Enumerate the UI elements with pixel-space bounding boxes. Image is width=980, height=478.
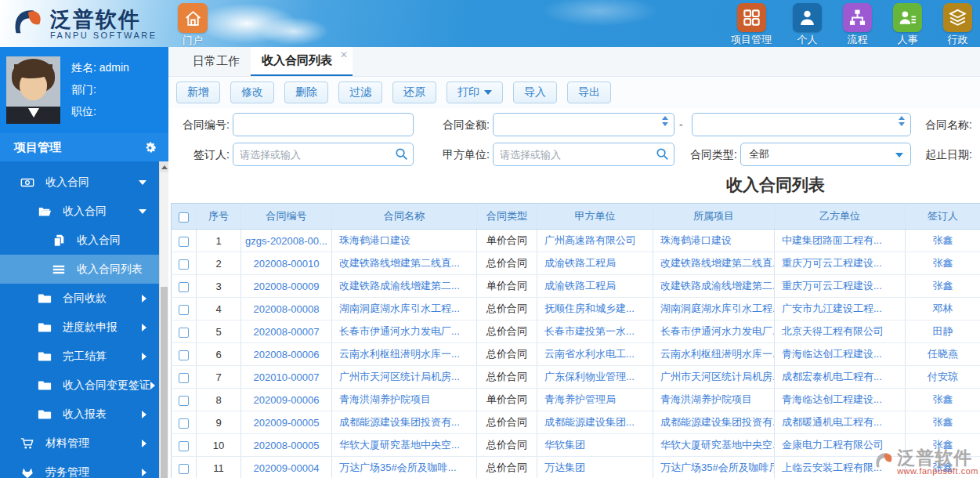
sidebar-menu-item[interactable]: 收入合同 bbox=[0, 168, 159, 197]
cell-contract-name[interactable]: 华软大厦研究基地中央空... bbox=[332, 434, 477, 457]
cell-contract-name[interactable]: 云南水利枢纽潜明水库一... bbox=[332, 343, 477, 366]
top-nav-item[interactable]: 个人 bbox=[793, 3, 822, 47]
cell-party-b[interactable]: 上临云安装工程有限... bbox=[775, 457, 906, 478]
cell-contract-name[interactable]: 湖南洞庭湖水库引水工程... bbox=[332, 298, 477, 320]
cell-contract-code[interactable]: 202008-00007 bbox=[241, 320, 332, 343]
sidebar-menu-item[interactable]: 收入合同 bbox=[0, 226, 159, 255]
scroll-up-arrow-icon[interactable] bbox=[160, 161, 168, 172]
cell-party-a[interactable]: 广东保利物业管理... bbox=[537, 366, 653, 389]
cell-project[interactable]: 改建铁路线增建第二线直... bbox=[653, 252, 775, 275]
cell-signer[interactable]: 田静 bbox=[906, 320, 980, 343]
cell-party-a[interactable]: 成都能源建设集团... bbox=[537, 411, 653, 434]
signer-input[interactable] bbox=[233, 143, 414, 166]
table-row[interactable]: 2 202008-00010 改建铁路线增建第二线直... 总价合同 成渝铁路工… bbox=[172, 252, 980, 275]
table-row[interactable]: 1 gzgs-202008-00... 珠海鹤港口建设 单价合同 广州高速路有限… bbox=[172, 230, 980, 252]
tab[interactable]: 收入合同列表 ✕ bbox=[251, 47, 353, 76]
scrollbar-thumb[interactable] bbox=[161, 287, 168, 478]
toolbar-button[interactable]: 删除 bbox=[284, 81, 328, 103]
cell-party-a[interactable]: 万达集团 bbox=[537, 457, 653, 478]
row-checkbox[interactable] bbox=[172, 230, 197, 252]
cell-party-b[interactable]: 中建集团路面工程有... bbox=[775, 230, 906, 252]
toolbar-button[interactable]: 打印 bbox=[447, 81, 503, 103]
column-header[interactable]: 签订人 bbox=[906, 204, 980, 230]
top-nav-item[interactable]: 流程 bbox=[843, 3, 872, 47]
sidebar-menu-item[interactable]: 进度款申报 bbox=[0, 313, 159, 342]
cell-contract-code[interactable]: 202008-00008 bbox=[241, 298, 332, 320]
sidebar-menu-item[interactable]: 收入合同 bbox=[0, 197, 159, 226]
table-row[interactable]: 11 202009-00004 万达广场35#会所及咖啡... 总价合同 万达集… bbox=[172, 457, 980, 478]
close-icon[interactable]: ✕ bbox=[340, 49, 348, 60]
cell-contract-name[interactable]: 青海洪湖养护院项目 bbox=[332, 389, 477, 411]
column-header[interactable]: 乙方单位 bbox=[775, 204, 906, 230]
sidebar-menu-item[interactable]: 收入合同变更签证 bbox=[0, 371, 159, 400]
row-checkbox[interactable] bbox=[172, 389, 197, 411]
row-checkbox[interactable] bbox=[172, 411, 197, 434]
cell-party-b[interactable]: 广安市九江建设工程... bbox=[775, 298, 906, 320]
cell-contract-code[interactable]: 202010-00007 bbox=[241, 366, 332, 389]
avatar[interactable] bbox=[6, 56, 60, 124]
cell-party-b[interactable]: 青海临达创工程建设... bbox=[775, 343, 906, 366]
cell-contract-code[interactable]: gzgs-202008-00... bbox=[241, 230, 332, 252]
cell-signer[interactable]: 任晓燕 bbox=[906, 343, 980, 366]
row-checkbox[interactable] bbox=[172, 434, 197, 457]
toolbar-button[interactable]: 还原 bbox=[392, 81, 436, 103]
table-row[interactable]: 5 202008-00007 长春市伊通河水力发电厂... 总价合同 长春市建投… bbox=[172, 320, 980, 343]
cell-party-b[interactable]: 成都暖通机电工程有... bbox=[775, 411, 906, 434]
cell-contract-name[interactable]: 万达广场35#会所及咖啡... bbox=[332, 457, 477, 478]
cell-signer[interactable]: 张鑫 bbox=[906, 275, 980, 298]
spinner-icon[interactable] bbox=[662, 116, 668, 126]
table-row[interactable]: 9 202009-00005 成都能源建设集团投资有... 总价合同 成都能源建… bbox=[172, 411, 980, 434]
cell-project[interactable]: 长春市伊通河水力发电厂... bbox=[653, 320, 775, 343]
top-nav-item[interactable]: 行政 bbox=[943, 3, 972, 47]
cell-signer[interactable]: 付安琼 bbox=[906, 366, 980, 389]
amount-to-input[interactable] bbox=[692, 113, 911, 136]
cell-signer[interactable]: 张鑫 bbox=[906, 457, 980, 478]
nav-portal[interactable]: 门户 bbox=[175, 3, 210, 47]
cell-contract-name[interactable]: 改建铁路线增建第二线直... bbox=[332, 252, 477, 275]
column-header[interactable]: 合同编号 bbox=[241, 204, 332, 230]
cell-project[interactable]: 华软大厦研究基地中央空... bbox=[653, 434, 775, 457]
row-checkbox[interactable] bbox=[172, 343, 197, 366]
toolbar-button[interactable]: 过滤 bbox=[338, 81, 382, 103]
cell-signer[interactable]: 张鑫 bbox=[906, 434, 980, 457]
module-bar[interactable]: 项目管理 bbox=[0, 133, 168, 161]
sidebar-menu-item[interactable]: 劳务管理 bbox=[0, 458, 159, 478]
party-a-input[interactable] bbox=[493, 143, 674, 166]
cell-project[interactable]: 湖南洞庭湖水库引水工程... bbox=[653, 298, 775, 320]
row-checkbox[interactable] bbox=[172, 320, 197, 343]
cell-contract-code[interactable]: 202008-00005 bbox=[241, 434, 332, 457]
cell-project[interactable]: 成都能源建设集团投资有... bbox=[653, 411, 775, 434]
column-header[interactable]: 合同类型 bbox=[477, 204, 537, 230]
row-checkbox[interactable] bbox=[172, 252, 197, 275]
cell-signer[interactable]: 邓林 bbox=[906, 298, 980, 320]
contract-type-select[interactable]: 全部 bbox=[740, 143, 911, 166]
cell-project[interactable]: 青海洪湖养护院项目 bbox=[653, 389, 775, 411]
cell-project[interactable]: 改建铁路成渝线增建第二... bbox=[653, 275, 775, 298]
cell-party-a[interactable]: 青海养护管理局 bbox=[537, 389, 653, 411]
column-header[interactable]: 合同名称 bbox=[332, 204, 477, 230]
amount-from-input[interactable] bbox=[493, 113, 674, 136]
cell-project[interactable]: 广州市天河区统计局机房... bbox=[653, 366, 775, 389]
tab[interactable]: 日常工作 bbox=[182, 47, 251, 76]
cell-party-a[interactable]: 广州高速路有限公司 bbox=[537, 230, 653, 252]
toolbar-button[interactable]: 新增 bbox=[176, 81, 220, 103]
search-icon[interactable] bbox=[395, 147, 408, 161]
table-row[interactable]: 3 202008-00009 改建铁路成渝线增建第二... 单价合同 成渝铁路工… bbox=[172, 275, 980, 298]
cell-party-a[interactable]: 长春市建投第一水... bbox=[537, 320, 653, 343]
table-row[interactable]: 10 202008-00005 华软大厦研究基地中央空... 总价合同 华软集团… bbox=[172, 434, 980, 457]
column-header[interactable]: 甲方单位 bbox=[537, 204, 653, 230]
table-row[interactable]: 4 202008-00008 湖南洞庭湖水库引水工程... 总价合同 抚顺住房和… bbox=[172, 298, 980, 320]
cell-project[interactable]: 万达广场35#会所及咖啡厅... bbox=[653, 457, 775, 478]
toolbar-button[interactable]: 导出 bbox=[567, 81, 611, 103]
select-all-checkbox[interactable] bbox=[172, 204, 197, 230]
cell-party-a[interactable]: 云南省水利水电工... bbox=[537, 343, 653, 366]
cell-contract-code[interactable]: 202009-00006 bbox=[241, 389, 332, 411]
cell-project[interactable]: 云南水利枢纽潜明水库一... bbox=[653, 343, 775, 366]
table-row[interactable]: 6 202008-00006 云南水利枢纽潜明水库一... 总价合同 云南省水利… bbox=[172, 343, 980, 366]
gear-icon[interactable] bbox=[143, 140, 157, 155]
cell-party-b[interactable]: 北京天得工程有限公司 bbox=[775, 320, 906, 343]
cell-party-b[interactable]: 成都宏泰机电工程有... bbox=[775, 366, 906, 389]
column-header[interactable]: 序号 bbox=[197, 204, 241, 230]
cell-party-a[interactable]: 成渝铁路工程局 bbox=[537, 275, 653, 298]
cell-party-b[interactable]: 青海临达创工程建设... bbox=[775, 389, 906, 411]
